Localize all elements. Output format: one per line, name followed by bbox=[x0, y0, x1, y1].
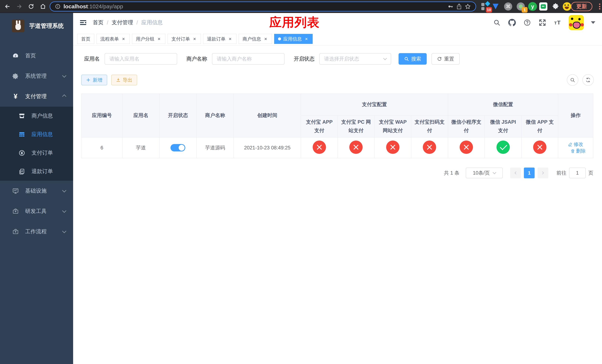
sidebar-item-dev-tools[interactable]: 研发工具 bbox=[0, 201, 73, 221]
monitor-chart-icon bbox=[12, 188, 19, 194]
extension-yudao-icon[interactable]: y bbox=[528, 2, 537, 11]
yen-circle-icon bbox=[18, 150, 26, 156]
cell-app-id: 6 bbox=[81, 137, 122, 158]
tab-process-form[interactable]: 流程表单 bbox=[97, 34, 130, 44]
reset-button[interactable]: 重置 bbox=[431, 53, 460, 65]
user-avatar[interactable] bbox=[569, 15, 584, 30]
sidebar-item-app-info[interactable]: 应用信息 bbox=[0, 125, 73, 144]
yen-icon: ¥ bbox=[12, 93, 19, 100]
font-size-icon[interactable]: TT bbox=[553, 19, 562, 27]
tab-close-icon[interactable] bbox=[263, 36, 268, 42]
row-status-toggle[interactable] bbox=[171, 144, 185, 151]
alipay-qr-status-icon bbox=[423, 140, 436, 154]
goto-page: 前往 1 页 bbox=[557, 168, 593, 178]
sidebar-item-infrastructure[interactable]: 基础设施 bbox=[0, 181, 73, 201]
fullscreen-icon[interactable] bbox=[538, 19, 547, 27]
prev-page-button[interactable] bbox=[510, 168, 521, 178]
refresh-table-icon[interactable] bbox=[582, 74, 594, 86]
dashboard-icon bbox=[12, 52, 19, 59]
search-button[interactable]: 搜索 bbox=[398, 53, 427, 65]
chevron-down-icon bbox=[493, 171, 496, 174]
sidebar-item-system[interactable]: 系统管理 bbox=[0, 66, 73, 86]
cell-actions: 修改 删除 bbox=[558, 137, 593, 158]
export-button[interactable]: 导出 bbox=[111, 75, 137, 85]
tab-close-icon[interactable] bbox=[157, 36, 161, 42]
next-page-button[interactable] bbox=[538, 168, 548, 178]
extension-command-icon[interactable]: ⌘ bbox=[504, 2, 513, 11]
extensions-puzzle-icon[interactable] bbox=[551, 2, 560, 11]
extension-gem-icon[interactable] bbox=[491, 2, 500, 11]
pagination: 共 1 条 10条/页 1 前往 1 页 bbox=[81, 168, 593, 178]
pagination-total: 共 1 条 bbox=[444, 170, 460, 176]
cell-app-name: 芋道 bbox=[122, 137, 160, 158]
browser-reload-button[interactable] bbox=[27, 2, 35, 11]
browser-forward-button[interactable] bbox=[15, 2, 23, 11]
goto-page-input[interactable]: 1 bbox=[569, 168, 586, 178]
url-bar[interactable]: localhost:1024/pay/app bbox=[50, 1, 476, 11]
browser-update-button[interactable]: 更新 bbox=[571, 2, 592, 11]
browser-home-button[interactable] bbox=[39, 2, 47, 11]
breadcrumb-current: 应用信息 bbox=[141, 19, 163, 26]
app-title: 芋道管理系统 bbox=[29, 22, 64, 30]
browser-toolbar: localhost:1024/pay/app 10 ⌘ 1 y 更新 bbox=[0, 0, 602, 13]
header-search-icon[interactable] bbox=[493, 19, 501, 27]
tab-close-icon[interactable] bbox=[228, 36, 233, 42]
merchant-name-label: 商户名称 bbox=[186, 55, 207, 62]
col-header-alipay-pc: 支付宝 PC 网站支付 bbox=[338, 116, 375, 137]
tab-user-group[interactable]: 用户分组 bbox=[132, 34, 165, 44]
tab-app-info[interactable]: 应用信息 bbox=[274, 34, 313, 44]
browser-menu-icon[interactable] bbox=[599, 3, 601, 10]
tab-home[interactable]: 首页 bbox=[77, 34, 94, 44]
cell-created: 2021-10-23 08:49:25 bbox=[234, 137, 301, 158]
sidebar-item-payment[interactable]: ¥ 支付管理 bbox=[0, 86, 73, 107]
tab-merchant-info[interactable]: 商户信息 bbox=[239, 34, 272, 44]
help-icon[interactable] bbox=[523, 19, 531, 27]
tab-close-icon[interactable] bbox=[304, 36, 309, 42]
extension-recorder-icon[interactable]: 1 bbox=[516, 2, 525, 11]
page-info-icon[interactable] bbox=[55, 4, 61, 9]
app-logo-row[interactable]: 芋道管理系统 bbox=[0, 13, 73, 39]
github-icon[interactable] bbox=[508, 19, 516, 27]
sidebar-item-workflow[interactable]: 工作流程 bbox=[0, 221, 73, 242]
chevron-down-icon bbox=[62, 74, 66, 78]
profile-avatar-icon[interactable] bbox=[562, 2, 572, 11]
tab-close-icon[interactable] bbox=[121, 36, 126, 42]
col-header-action: 操作 bbox=[558, 94, 593, 137]
merchant-name-input[interactable] bbox=[217, 56, 280, 62]
app-logo-rabbit bbox=[12, 20, 24, 32]
app-name-input[interactable] bbox=[109, 56, 172, 62]
alipay-app-status-icon bbox=[313, 140, 326, 154]
page-size-select[interactable]: 10条/页 bbox=[466, 168, 503, 178]
breadcrumb-payment[interactable]: 支付管理 bbox=[112, 19, 133, 26]
toggle-search-icon[interactable] bbox=[567, 74, 578, 86]
page-number-button[interactable]: 1 bbox=[524, 168, 535, 178]
chevron-down-icon bbox=[62, 229, 66, 233]
browser-back-button[interactable] bbox=[3, 2, 11, 11]
sidebar-item-home[interactable]: 首页 bbox=[0, 45, 73, 66]
col-header-created: 创建时间 bbox=[234, 94, 301, 137]
extension-chat-icon[interactable] bbox=[539, 2, 548, 11]
sidebar-collapse-icon[interactable] bbox=[79, 18, 87, 27]
delete-link[interactable]: 删除 bbox=[570, 148, 586, 154]
tab-pay-order[interactable]: 支付订单 bbox=[168, 34, 201, 44]
main-content: 应用名 商户名称 开启状态 请选择开启状态 搜索 重置 新增 导出 bbox=[73, 46, 602, 364]
add-button[interactable]: 新增 bbox=[81, 75, 107, 85]
app-table: 应用编号 应用名 开启状态 商户名称 创建时间 支付宝配置 微信配置 操作 支付… bbox=[81, 94, 593, 158]
breadcrumb-home[interactable]: 首页 bbox=[93, 19, 104, 26]
avatar-dropdown-caret[interactable] bbox=[591, 21, 595, 24]
active-tab-dot bbox=[278, 37, 281, 40]
share-icon[interactable] bbox=[456, 3, 462, 10]
briefcase-icon bbox=[12, 228, 19, 235]
bookmark-star-icon[interactable] bbox=[465, 3, 471, 10]
tab-refund-order[interactable]: 退款订单 bbox=[203, 34, 236, 44]
sidebar-item-pay-order[interactable]: 支付订单 bbox=[0, 144, 73, 162]
sidebar-item-refund-order[interactable]: 退款订单 bbox=[0, 162, 73, 181]
password-key-icon[interactable] bbox=[447, 3, 453, 10]
edit-link[interactable]: 修改 bbox=[568, 141, 583, 148]
store-icon bbox=[18, 113, 26, 119]
table-toolbar: 新增 导出 bbox=[81, 74, 594, 86]
status-select[interactable]: 请选择开启状态 bbox=[319, 53, 391, 65]
sidebar-item-merchant-info[interactable]: 商户信息 bbox=[0, 107, 73, 125]
tab-close-icon[interactable] bbox=[192, 36, 197, 42]
extension-grid-icon[interactable]: 10 bbox=[481, 2, 490, 11]
